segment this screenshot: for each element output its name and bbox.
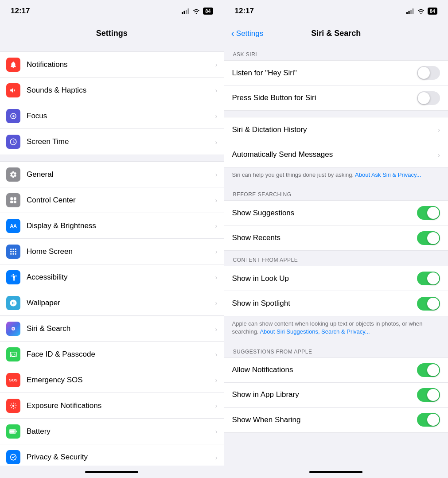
row-hey-siri[interactable]: Listen for "Hey Siri": [224, 61, 448, 85]
settings-item-accessibility[interactable]: Accessibility ›: [0, 264, 224, 290]
svg-rect-3: [188, 8, 189, 14]
nav-bar-right: ‹ Settings Siri & Search: [224, 22, 448, 45]
ask-siri-links-group: Siri & Dictation History › Automatically…: [224, 117, 448, 167]
sounds-label: Sounds & Haptics: [27, 86, 212, 95]
show-app-library-toggle[interactable]: [417, 388, 440, 402]
row-dictation-history[interactable]: Siri & Dictation History ›: [224, 117, 448, 142]
svg-point-20: [12, 404, 15, 407]
homescreen-label: Home Screen: [27, 247, 212, 256]
settings-item-homescreen[interactable]: Home Screen ›: [0, 239, 224, 264]
ask-siri-info-link[interactable]: About Ask Siri & Privacy...: [355, 171, 421, 178]
allow-notifications-thumb: [427, 364, 439, 376]
controlcenter-label: Control Center: [27, 196, 212, 205]
settings-item-privacy[interactable]: Privacy & Security ›: [0, 444, 224, 466]
signal-icon: [182, 8, 190, 14]
row-auto-messages[interactable]: Automatically Send Messages ›: [224, 142, 448, 167]
content-apple-info: Apple can show content when looking up t…: [224, 316, 448, 342]
chevron-screentime: ›: [215, 138, 218, 146]
settings-item-display[interactable]: AA Display & Brightness ›: [0, 213, 224, 239]
status-icons-left: 84: [182, 8, 213, 15]
settings-item-notifications[interactable]: Notifications ›: [0, 52, 224, 78]
settings-item-sos[interactable]: SOS Emergency SOS ›: [0, 367, 224, 393]
show-when-sharing-label: Show When Sharing: [232, 416, 417, 424]
row-show-suggestions[interactable]: Show Suggestions: [224, 201, 448, 225]
left-phone: 12:17 84 Settings: [0, 0, 224, 478]
faceid-icon: [6, 347, 20, 361]
time-left: 12:17: [11, 7, 30, 16]
settings-item-exposure[interactable]: Exposure Notifications ›: [0, 393, 224, 419]
row-show-spotlight[interactable]: Show in Spotlight: [224, 291, 448, 316]
svg-rect-25: [408, 11, 409, 14]
chevron-accessibility: ›: [215, 273, 218, 281]
home-bar-right: [309, 471, 362, 473]
notifications-label: Notifications: [27, 60, 212, 69]
chevron-faceid: ›: [215, 350, 218, 358]
show-when-sharing-toggle[interactable]: [417, 413, 440, 427]
hey-siri-label: Listen for "Hey Siri": [232, 69, 417, 78]
settings-item-screentime[interactable]: Screen Time ›: [0, 129, 224, 155]
show-app-library-thumb: [427, 389, 439, 401]
back-button[interactable]: ‹ Settings: [231, 29, 264, 39]
svg-rect-2: [186, 10, 187, 14]
row-show-lookup[interactable]: Show in Look Up: [224, 266, 448, 291]
chevron-general: ›: [215, 171, 218, 178]
row-allow-notifications[interactable]: Allow Notifications: [224, 358, 448, 383]
chevron-privacy: ›: [215, 454, 218, 461]
sos-label: Emergency SOS: [27, 376, 212, 385]
svg-rect-12: [13, 251, 14, 252]
status-icons-right: 84: [406, 8, 437, 15]
side-button-toggle[interactable]: [417, 91, 440, 105]
show-lookup-toggle[interactable]: [417, 272, 440, 285]
svg-rect-11: [10, 251, 12, 252]
settings-item-faceid[interactable]: Face ID & Passcode ›: [0, 342, 224, 367]
chevron-notifications: ›: [215, 61, 218, 68]
show-suggestions-toggle[interactable]: [417, 206, 440, 220]
settings-group-1: Notifications › Sounds & Haptics ›: [0, 51, 224, 155]
svg-rect-24: [406, 12, 408, 14]
chevron-display: ›: [215, 222, 218, 229]
chevron-focus: ›: [215, 112, 218, 120]
settings-item-wallpaper[interactable]: Wallpaper ›: [0, 290, 224, 316]
show-when-sharing-thumb: [427, 414, 439, 426]
hey-siri-toggle[interactable]: [417, 66, 440, 80]
show-lookup-label: Show in Look Up: [232, 274, 417, 283]
row-show-app-library[interactable]: Show in App Library: [224, 383, 448, 408]
general-label: General: [27, 170, 212, 179]
ask-siri-info-text: Siri can help you get things done just b…: [232, 171, 355, 178]
wallpaper-label: Wallpaper: [27, 299, 212, 307]
row-show-when-sharing[interactable]: Show When Sharing: [224, 408, 448, 432]
row-side-button[interactable]: Press Side Button for Siri: [224, 85, 448, 110]
detail-scroll: ASK SIRI Listen for "Hey Siri" Press Sid…: [224, 45, 448, 466]
side-button-label: Press Side Button for Siri: [232, 93, 417, 102]
dictation-history-label: Siri & Dictation History: [232, 125, 438, 134]
row-show-recents[interactable]: Show Recents: [224, 225, 448, 250]
settings-item-general[interactable]: General ›: [0, 162, 224, 187]
settings-item-controlcenter[interactable]: Control Center ›: [0, 187, 224, 213]
svg-rect-10: [15, 249, 16, 250]
show-spotlight-toggle[interactable]: [417, 297, 440, 311]
settings-item-sounds[interactable]: Sounds & Haptics ›: [0, 78, 224, 103]
section-label-suggestions-apple: SUGGESTIONS FROM APPLE: [224, 342, 448, 358]
focus-label: Focus: [27, 112, 212, 120]
section-label-ask-siri: ASK SIRI: [224, 45, 448, 60]
show-spotlight-thumb: [427, 298, 439, 310]
battery-badge-right: 84: [428, 8, 437, 15]
right-phone: 12:17 84 ‹ Settings Siri & Search ASK: [224, 0, 448, 478]
settings-item-battery[interactable]: Battery ›: [0, 419, 224, 444]
svg-rect-15: [13, 253, 14, 254]
content-apple-info-link[interactable]: About Siri Suggestions, Search & Privacy…: [260, 328, 370, 335]
chevron-sos: ›: [215, 376, 218, 384]
chevron-sounds: ›: [215, 86, 218, 94]
allow-notifications-label: Allow Notifications: [232, 365, 417, 374]
back-label: Settings: [236, 29, 263, 38]
exposure-label: Exposure Notifications: [27, 401, 212, 410]
show-recents-toggle[interactable]: [417, 231, 440, 245]
chevron-auto-messages: ›: [438, 151, 440, 159]
svg-rect-0: [182, 12, 183, 14]
sos-icon: SOS: [6, 373, 20, 387]
home-indicator-left: [0, 466, 224, 478]
allow-notifications-toggle[interactable]: [417, 363, 440, 377]
svg-rect-27: [412, 8, 413, 14]
settings-item-focus[interactable]: Focus ›: [0, 103, 224, 129]
settings-item-siri[interactable]: Siri & Search ›: [0, 316, 224, 342]
